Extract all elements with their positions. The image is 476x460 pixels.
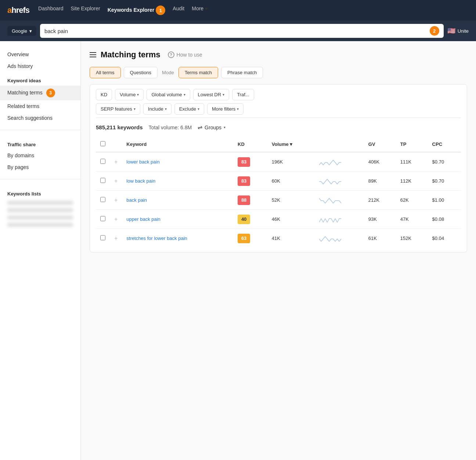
row-keyword-cell: back pain — [122, 191, 233, 210]
top-nav: ahrefs Dashboard Site Explorer Keywords … — [0, 0, 476, 21]
add-keyword-button[interactable]: + — [114, 159, 118, 165]
filter-global-volume[interactable]: Global volume ▾ — [147, 89, 190, 100]
nav-badge-1: 1 — [156, 6, 165, 15]
results-summary: 585,211 keywords Total volume: 6.8M ⇌ Gr… — [96, 118, 461, 135]
row-checkbox-cell — [96, 210, 110, 229]
col-header-volume[interactable]: Volume ▾ — [267, 137, 315, 152]
row-kd-cell: 88 — [233, 191, 267, 210]
sidebar-item-by-pages[interactable]: By pages — [0, 161, 80, 173]
row-gv-cell: 406K — [364, 152, 396, 172]
row-gv-cell: 61K — [364, 229, 396, 248]
sidebar-item-by-domains[interactable]: By domains — [0, 150, 80, 161]
row-tp-cell: 111K — [396, 152, 428, 172]
trend-chart — [319, 176, 341, 185]
keyword-link[interactable]: lower back pain — [126, 159, 159, 165]
row-tp-cell: 112K — [396, 172, 428, 191]
row-volume-cell: 60K — [267, 172, 315, 191]
nav-audit[interactable]: Audit — [173, 6, 184, 11]
row-trend-cell — [315, 172, 364, 191]
add-keyword-button[interactable]: + — [114, 178, 118, 184]
filter-lowest-dr[interactable]: Lowest DR ▾ — [193, 89, 230, 100]
row-checkbox-cell — [96, 229, 110, 248]
row-cpc-cell: $0.70 — [428, 152, 461, 172]
row-kd-cell: 40 — [233, 210, 267, 229]
keywords-table: Keyword KD Volume ▾ GV TP CPC + lower ba… — [96, 137, 461, 248]
sidebar-section-traffic-share: Traffic share — [0, 136, 80, 150]
trend-chart — [319, 233, 341, 242]
table-row: + lower back pain 83 196K 406K 111K $0.7… — [96, 152, 461, 172]
nav-site-explorer[interactable]: Site Explorer — [71, 6, 100, 11]
row-gv-cell: 212K — [364, 191, 396, 210]
row-add-cell: + — [110, 172, 122, 191]
groups-button[interactable]: ⇌ Groups ▾ — [198, 124, 226, 131]
help-icon: ? — [168, 51, 174, 58]
row-checkbox[interactable] — [100, 197, 105, 202]
keyword-link[interactable]: back pain — [126, 197, 147, 203]
keyword-link[interactable]: stretches for lower back pain — [126, 236, 187, 241]
sidebar-blurred-list — [0, 199, 80, 229]
keyword-link[interactable]: upper back pain — [126, 216, 161, 222]
tab-terms-match[interactable]: Terms match — [178, 67, 218, 78]
row-checkbox[interactable] — [100, 159, 105, 164]
col-header-tp: TP — [396, 137, 428, 152]
tab-questions[interactable]: Questions — [124, 67, 158, 78]
sidebar-item-overview[interactable]: Overview — [0, 48, 80, 60]
col-header-kd[interactable]: KD — [233, 137, 267, 152]
sidebar-item-matching-terms[interactable]: Matching terms 3 — [0, 86, 80, 100]
filter-row-1: KD Volume ▾ Global volume ▾ Lowest DR ▾ … — [96, 89, 461, 100]
add-keyword-button[interactable]: + — [114, 197, 118, 203]
filter-kd[interactable]: KD — [96, 89, 112, 100]
search-bar: Google ▾ 2 🇺🇸 Unite — [0, 21, 476, 41]
row-volume-cell: 196K — [267, 152, 315, 172]
hamburger-icon[interactable] — [90, 52, 96, 57]
country-label: Unite — [458, 28, 469, 34]
sidebar-item-search-suggestions[interactable]: Search suggestions — [0, 112, 80, 124]
nav-more[interactable]: More — [192, 6, 203, 11]
filter-serp-features[interactable]: SERP features ▾ — [96, 103, 140, 115]
search-engine-button[interactable]: Google ▾ — [7, 26, 36, 36]
filter-exclude[interactable]: Exclude ▾ — [174, 103, 204, 115]
row-kd-cell: 83 — [233, 152, 267, 172]
add-keyword-button[interactable]: + — [114, 216, 118, 222]
filter-more[interactable]: More filters ▾ — [207, 103, 244, 115]
logo-a: a — [7, 6, 11, 15]
nav-dashboard[interactable]: Dashboard — [38, 6, 64, 11]
sidebar-divider-2 — [0, 179, 80, 179]
kd-badge: 63 — [238, 234, 250, 243]
row-checkbox-cell — [96, 172, 110, 191]
filter-volume[interactable]: Volume ▾ — [115, 89, 144, 100]
table-row: + low back pain 83 60K 89K 112K $0.70 — [96, 172, 461, 191]
filter-traffic[interactable]: Traf... — [232, 89, 254, 100]
logo-rest: hrefs — [11, 6, 29, 15]
trend-chart — [319, 214, 341, 223]
add-keyword-button[interactable]: + — [114, 235, 118, 241]
tab-all-terms[interactable]: All terms — [90, 67, 121, 78]
tab-phrase-match[interactable]: Phrase match — [221, 67, 263, 78]
sidebar-section-keyword-ideas: Keyword ideas — [0, 72, 80, 86]
row-cpc-cell: $0.04 — [428, 229, 461, 248]
country-selector[interactable]: 🇺🇸 Unite — [447, 27, 469, 35]
row-tp-cell: 47K — [396, 210, 428, 229]
row-add-cell: + — [110, 152, 122, 172]
sidebar-item-ads-history[interactable]: Ads history — [0, 60, 80, 72]
how-to-use-button[interactable]: ? How to use — [168, 51, 202, 58]
search-input[interactable] — [44, 28, 427, 34]
nav-links: Dashboard Site Explorer Keywords Explore… — [38, 6, 208, 15]
groups-label: Groups — [205, 125, 221, 130]
select-all-checkbox[interactable] — [100, 141, 105, 146]
page-title: Matching terms — [101, 50, 161, 60]
row-gv-cell: 93K — [364, 210, 396, 229]
logo[interactable]: ahrefs — [7, 6, 29, 15]
row-volume-cell: 41K — [267, 229, 315, 248]
row-gv-cell: 89K — [364, 172, 396, 191]
row-checkbox[interactable] — [100, 216, 105, 221]
sidebar-item-related-terms[interactable]: Related terms — [0, 100, 80, 112]
keyword-link[interactable]: low back pain — [126, 178, 155, 184]
row-checkbox[interactable] — [100, 178, 105, 183]
filter-include[interactable]: Include ▾ — [143, 103, 172, 115]
row-keyword-cell: upper back pain — [122, 210, 233, 229]
row-tp-cell: 152K — [396, 229, 428, 248]
row-checkbox[interactable] — [100, 235, 105, 240]
nav-keywords-explorer[interactable]: Keywords Explorer — [108, 7, 155, 13]
groups-icon: ⇌ — [198, 124, 202, 131]
